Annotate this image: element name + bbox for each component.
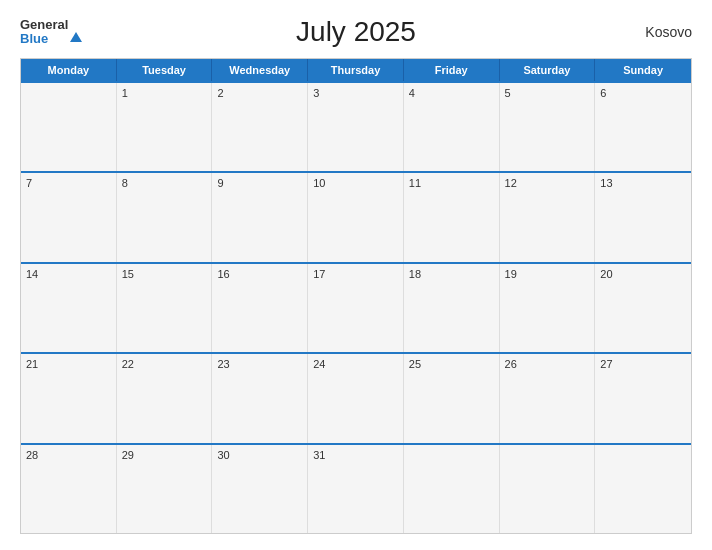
- cell-w2-wed: 9: [212, 173, 308, 261]
- cell-w1-wed: 2: [212, 83, 308, 171]
- cell-w3-sun: 20: [595, 264, 691, 352]
- col-sunday: Sunday: [595, 59, 691, 81]
- cell-w3-fri: 18: [404, 264, 500, 352]
- cell-w3-thu: 17: [308, 264, 404, 352]
- week-2: 7 8 9 10 11 12 13: [21, 171, 691, 261]
- calendar-title: July 2025: [110, 16, 602, 48]
- logo: General Blue: [20, 18, 110, 47]
- cell-w4-wed: 23: [212, 354, 308, 442]
- logo-general-text: General: [20, 18, 82, 32]
- cell-w1-sun: 6: [595, 83, 691, 171]
- logo-blue-text: Blue: [20, 32, 48, 46]
- cell-w3-sat: 19: [500, 264, 596, 352]
- cell-w4-tue: 22: [117, 354, 213, 442]
- cell-w5-wed: 30: [212, 445, 308, 533]
- cell-w5-sat: [500, 445, 596, 533]
- col-monday: Monday: [21, 59, 117, 81]
- logo-triangle-icon: [70, 17, 82, 42]
- calendar: Monday Tuesday Wednesday Thursday Friday…: [20, 58, 692, 534]
- cell-w5-tue: 29: [117, 445, 213, 533]
- week-4: 21 22 23 24 25 26 27: [21, 352, 691, 442]
- cell-w4-fri: 25: [404, 354, 500, 442]
- logo-blue-area: Blue: [20, 32, 48, 46]
- cell-w4-sun: 27: [595, 354, 691, 442]
- country-label: Kosovo: [602, 24, 692, 40]
- cell-w1-sat: 5: [500, 83, 596, 171]
- cell-w3-wed: 16: [212, 264, 308, 352]
- calendar-header-row: Monday Tuesday Wednesday Thursday Friday…: [21, 59, 691, 81]
- cell-w5-mon: 28: [21, 445, 117, 533]
- col-friday: Friday: [404, 59, 500, 81]
- cell-w1-fri: 4: [404, 83, 500, 171]
- col-wednesday: Wednesday: [212, 59, 308, 81]
- col-thursday: Thursday: [308, 59, 404, 81]
- week-3: 14 15 16 17 18 19 20: [21, 262, 691, 352]
- col-saturday: Saturday: [500, 59, 596, 81]
- cell-w1-tue: 1: [117, 83, 213, 171]
- cell-w4-thu: 24: [308, 354, 404, 442]
- col-tuesday: Tuesday: [117, 59, 213, 81]
- header: General Blue July 2025 Kosovo: [20, 16, 692, 48]
- cell-w3-mon: 14: [21, 264, 117, 352]
- cell-w3-tue: 15: [117, 264, 213, 352]
- week-5: 28 29 30 31: [21, 443, 691, 533]
- cell-w5-sun: [595, 445, 691, 533]
- cell-w4-sat: 26: [500, 354, 596, 442]
- cell-w5-fri: [404, 445, 500, 533]
- cell-w1-mon: [21, 83, 117, 171]
- cell-w1-thu: 3: [308, 83, 404, 171]
- cell-w2-sat: 12: [500, 173, 596, 261]
- cell-w4-mon: 21: [21, 354, 117, 442]
- calendar-body: 1 2 3 4 5 6 7 8 9 10 11 12 13 14 15 16 1…: [21, 81, 691, 533]
- cell-w5-thu: 31: [308, 445, 404, 533]
- cell-w2-fri: 11: [404, 173, 500, 261]
- cell-w2-tue: 8: [117, 173, 213, 261]
- cell-w2-sun: 13: [595, 173, 691, 261]
- page: General Blue July 2025 Kosovo Monday Tue…: [0, 0, 712, 550]
- cell-w2-thu: 10: [308, 173, 404, 261]
- week-1: 1 2 3 4 5 6: [21, 81, 691, 171]
- cell-w2-mon: 7: [21, 173, 117, 261]
